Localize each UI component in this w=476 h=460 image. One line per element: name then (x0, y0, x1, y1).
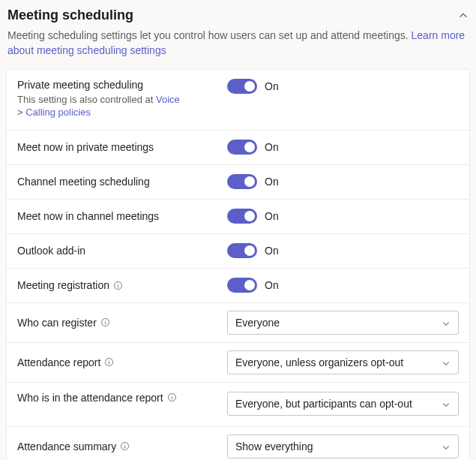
select-value: Everyone (235, 317, 280, 329)
setting-label: Channel meeting scheduling (17, 176, 150, 188)
settings-panel: Private meeting scheduling This setting … (6, 69, 470, 460)
svg-point-10 (172, 395, 172, 396)
svg-point-13 (124, 444, 125, 445)
row-meet-now-channel: Meet now in channel meetings On (7, 200, 469, 234)
chevron-down-icon (442, 399, 451, 408)
section-description-text: Meeting scheduling settings let you cont… (7, 29, 412, 41)
info-icon[interactable] (120, 441, 130, 451)
toggle-state-label: On (265, 141, 279, 153)
channel-meeting-scheduling-toggle[interactable] (227, 174, 257, 189)
row-attendance-report: Attendance report Everyone, unless organ… (7, 343, 469, 383)
toggle-state-label: On (265, 245, 279, 257)
row-attendance-summary: Attendance summary Show everything (7, 427, 469, 460)
select-value: Everyone, unless organizers opt-out (235, 356, 403, 368)
setting-label: Meet now in private meetings (17, 141, 154, 153)
toggle-state-label: On (265, 176, 279, 188)
meeting-registration-toggle[interactable] (227, 278, 257, 293)
row-channel-meeting-scheduling: Channel meeting scheduling On (7, 165, 469, 200)
who-in-attendance-report-select[interactable]: Everyone, but participants can opt-out (227, 392, 459, 416)
toggle-state-label: On (265, 210, 279, 222)
section-description: Meeting scheduling settings let you cont… (0, 28, 476, 69)
setting-sublabel: This setting is also controlled at Voice… (17, 93, 227, 119)
toggle-state-label: On (265, 279, 279, 291)
attendance-summary-select[interactable]: Show everything (227, 434, 459, 458)
svg-point-1 (118, 283, 118, 284)
toggle-state-label: On (265, 80, 279, 92)
who-can-register-select[interactable]: Everyone (227, 311, 459, 335)
row-who-can-register: Who can register Everyone (7, 303, 469, 343)
svg-point-4 (105, 320, 106, 321)
setting-label: Who can register (17, 317, 97, 329)
setting-label: Private meeting scheduling (17, 79, 143, 91)
chevron-up-icon[interactable] (458, 11, 469, 21)
chevron-down-icon (442, 358, 451, 367)
attendance-report-select[interactable]: Everyone, unless organizers opt-out (227, 350, 459, 374)
row-outlook-addin: Outlook add-in On (7, 234, 469, 269)
setting-label: Meeting registration (17, 279, 109, 291)
control-col: On (227, 79, 459, 94)
setting-label: Attendance summary (17, 440, 116, 452)
row-meet-now-private: Meet now in private meetings On (7, 131, 469, 165)
svg-point-7 (109, 360, 109, 361)
info-icon[interactable] (167, 392, 177, 402)
calling-policies-link[interactable]: Calling policies (25, 107, 91, 118)
label-col: Private meeting scheduling This setting … (17, 79, 227, 119)
select-value: Show everything (235, 440, 313, 452)
info-icon[interactable] (104, 357, 114, 367)
row-who-in-attendance-report: Who is in the attendance report Everyone… (7, 383, 469, 427)
outlook-addin-toggle[interactable] (227, 243, 257, 258)
setting-label: Attendance report (17, 356, 100, 368)
meet-now-channel-toggle[interactable] (227, 209, 257, 224)
private-meeting-scheduling-toggle[interactable] (227, 79, 257, 94)
meet-now-private-toggle[interactable] (227, 140, 257, 155)
setting-label: Meet now in channel meetings (17, 210, 159, 222)
chevron-down-icon (442, 442, 451, 451)
setting-label: Outlook add-in (17, 245, 85, 257)
section-title: Meeting scheduling (7, 8, 133, 23)
chevron-down-icon (442, 318, 451, 327)
info-icon[interactable] (100, 317, 110, 327)
setting-label: Who is in the attendance report (17, 392, 163, 404)
voice-link[interactable]: Voice (156, 94, 180, 105)
select-value: Everyone, but participants can opt-out (235, 398, 412, 410)
info-icon[interactable] (113, 281, 123, 290)
section-header: Meeting scheduling (0, 0, 476, 28)
row-private-meeting-scheduling: Private meeting scheduling This setting … (7, 70, 469, 131)
row-meeting-registration: Meeting registration On (7, 269, 469, 303)
